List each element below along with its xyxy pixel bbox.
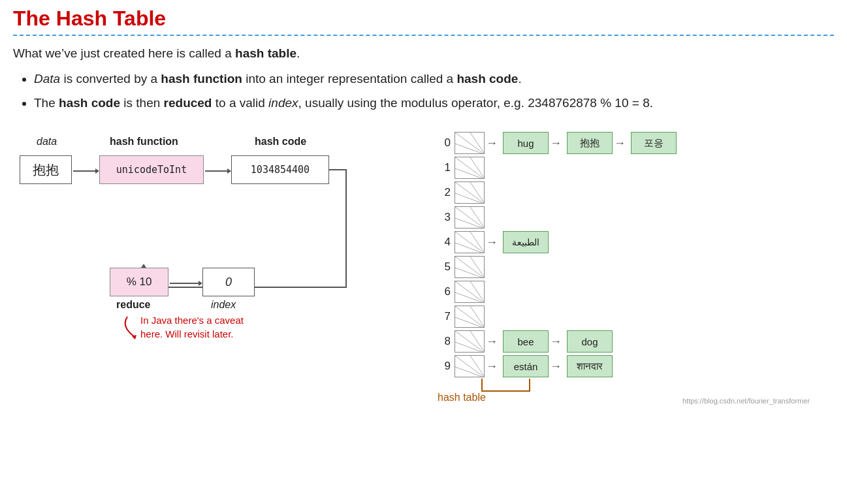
- svg-line-37: [470, 356, 484, 377]
- hash-table-label: hash table: [438, 392, 486, 403]
- ht-index-1: 1: [438, 161, 451, 174]
- function-box: unicodeToInt: [99, 155, 204, 184]
- svg-line-35: [455, 356, 484, 377]
- svg-line-10: [470, 133, 484, 153]
- ht-cell-0: [455, 132, 485, 154]
- svg-line-16: [470, 182, 484, 203]
- ht-index-0: 0: [438, 136, 451, 150]
- index-box: 0: [202, 268, 255, 296]
- bullet2-italic: index: [268, 96, 298, 110]
- arrow-to-hashcode: [205, 166, 231, 176]
- intro-bold: hash table: [235, 46, 296, 60]
- ht-arrow-0-1: →: [549, 132, 563, 154]
- main-content: data hash function hash code 抱抱 unicodeT…: [13, 124, 834, 405]
- ht-node-9-1: शानदार: [567, 355, 613, 377]
- bullet1-italic: Data: [34, 72, 60, 86]
- svg-line-15: [455, 193, 484, 203]
- bullet-item-1: Data is converted by a hash function int…: [34, 70, 834, 89]
- svg-line-20: [455, 232, 484, 253]
- hash-function-label: hash function: [110, 136, 178, 148]
- ht-index-8: 8: [438, 335, 451, 348]
- arrow-to-function: [73, 166, 99, 176]
- ht-node-0-0: hug: [503, 132, 549, 154]
- ht-arrow-8: →: [485, 330, 499, 353]
- intro-paragraph: What we’ve just created here is called a…: [13, 46, 834, 61]
- arrow-to-index: [170, 278, 202, 289]
- ht-arrow-9: →: [485, 355, 499, 377]
- index-label: index: [211, 299, 236, 311]
- section-divider: [13, 35, 834, 36]
- ht-index-3: 3: [438, 211, 451, 224]
- ht-cell-8: [455, 330, 485, 353]
- svg-line-34: [470, 331, 484, 352]
- ht-cell-1: [455, 157, 485, 179]
- ht-node-8-1: dog: [567, 330, 613, 353]
- hash-table-bracket: [481, 379, 530, 392]
- svg-line-23: [455, 257, 484, 277]
- ht-index-5: 5: [438, 260, 451, 274]
- svg-line-9: [455, 144, 484, 153]
- ht-row-3: 3: [438, 205, 485, 230]
- data-label: data: [37, 136, 57, 148]
- reduce-box: % 10: [110, 268, 168, 296]
- ht-cell-9: [455, 355, 485, 377]
- svg-line-17: [455, 207, 484, 228]
- ht-cell-5: [455, 256, 485, 278]
- svg-line-25: [470, 257, 484, 277]
- svg-line-32: [455, 331, 484, 352]
- svg-line-26: [455, 281, 484, 302]
- page-title: The Hash Table: [13, 7, 834, 31]
- svg-line-19: [470, 207, 484, 228]
- caveat-text: In Java there's a caveathere. Will revis…: [140, 313, 244, 341]
- ht-node-4-0: الطبيعة: [503, 231, 549, 253]
- svg-line-11: [455, 157, 484, 178]
- ht-row-9: 9 → están → शानदार: [438, 354, 613, 379]
- ht-node-9-0: están: [503, 355, 549, 377]
- ht-arrow-9-1: →: [549, 355, 563, 377]
- svg-line-27: [455, 292, 484, 302]
- ht-arrow-4: →: [485, 231, 499, 253]
- bullet1-bold1: hash function: [161, 72, 242, 86]
- bullet-item-2: The hash code is then reduced to a valid…: [34, 94, 834, 113]
- bullet2-bold1: hash code: [59, 96, 120, 110]
- ht-cell-2: [455, 181, 485, 204]
- input-box: 抱抱: [20, 155, 72, 184]
- reduce-label: reduce: [116, 299, 150, 311]
- ht-index-7: 7: [438, 310, 451, 323]
- bullet2-bold2: reduced: [164, 96, 212, 110]
- bullet1-bold2: hash code: [456, 72, 518, 86]
- ht-row-8: 8 → bee → dog: [438, 329, 613, 354]
- ht-index-9: 9: [438, 360, 451, 373]
- svg-line-24: [455, 268, 484, 277]
- ht-arrow-0-2: →: [613, 132, 627, 154]
- diagram-area: data hash function hash code 抱抱 unicodeT…: [13, 131, 418, 405]
- ht-row-7: 7: [438, 304, 485, 329]
- ht-arrow-0: →: [485, 132, 499, 154]
- ht-node-0-2: 포응: [631, 132, 677, 154]
- svg-line-36: [455, 367, 484, 377]
- svg-line-13: [470, 157, 484, 178]
- ht-index-6: 6: [438, 285, 451, 298]
- ht-cell-6: [455, 281, 485, 303]
- svg-line-31: [470, 306, 484, 327]
- svg-line-14: [455, 182, 484, 203]
- svg-line-12: [455, 168, 484, 178]
- ht-cell-3: [455, 206, 485, 228]
- ht-row-5: 5: [438, 255, 485, 279]
- ht-arrow-8-1: →: [549, 330, 563, 353]
- ht-node-0-1: 抱抱: [567, 132, 613, 154]
- ht-node-8-0: bee: [503, 330, 549, 353]
- ht-row-1: 1: [438, 155, 485, 180]
- left-diagram: data hash function hash code 抱抱 unicodeT…: [13, 124, 431, 405]
- intro-text-before: What we’ve just created here is called a: [13, 46, 235, 60]
- svg-line-28: [470, 281, 484, 302]
- bullet-list: Data is converted by a hash function int…: [34, 70, 834, 112]
- ht-cell-7: [455, 306, 485, 328]
- ht-index-4: 4: [438, 236, 451, 249]
- svg-line-8: [455, 133, 484, 153]
- ht-row-2: 2: [438, 180, 485, 205]
- svg-line-18: [455, 218, 484, 228]
- url-label: https://blog.csdn.net/fourier_transforme…: [682, 397, 810, 405]
- ht-row-6: 6: [438, 279, 485, 304]
- hash-code-label: hash code: [255, 136, 306, 148]
